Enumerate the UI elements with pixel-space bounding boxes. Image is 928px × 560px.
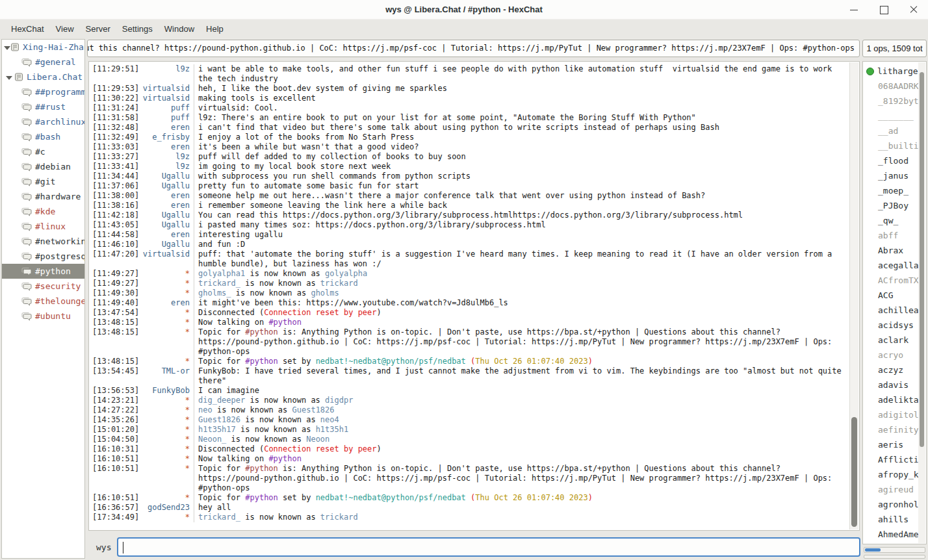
user-list-item[interactable]: aclark — [864, 333, 918, 348]
nick-label: virtualsid — [138, 84, 194, 94]
sidebar-item-hardware[interactable]: #hardware — [2, 189, 84, 204]
user-list-item[interactable]: ACG — [864, 288, 918, 303]
menu-item-settings[interactable]: Settings — [116, 21, 159, 37]
nick-label: eren — [138, 142, 194, 152]
sidebar-item-debian[interactable]: #debian — [2, 159, 84, 174]
sidebar-item-ubuntu[interactable]: #ubuntu — [2, 309, 84, 324]
user-list-item[interactable]: __builtin — [864, 138, 918, 153]
sidebar-item-rust[interactable]: ##rust — [2, 99, 84, 114]
channel-icon — [21, 207, 32, 216]
server-item-libera-chat[interactable]: Libera.Chat — [2, 70, 84, 84]
menu-item-hexchat[interactable]: HexChat — [5, 21, 50, 37]
sidebar-item-programming[interactable]: ##programming — [2, 84, 84, 99]
user-list-item[interactable]: _janus — [864, 168, 918, 183]
user-list-scrollbar-thumb[interactable] — [920, 72, 924, 447]
user-list-item[interactable]: ahills — [864, 512, 918, 527]
user-list[interactable]: litharge068AADRKN_8192byte_________ad__b… — [864, 62, 918, 543]
minimize-icon[interactable] — [849, 5, 859, 15]
maximize-icon[interactable] — [879, 5, 889, 15]
sidebar-item-archlinux[interactable]: #archlinux — [2, 114, 84, 129]
menu-item-server[interactable]: Server — [80, 21, 116, 37]
message-segment-p: #python — [268, 318, 302, 327]
message-text: it might've been this: https://www.youtu… — [194, 298, 849, 308]
user-list-item[interactable]: ACfromTX — [864, 273, 918, 288]
sidebar-item-linux[interactable]: #linux — [2, 219, 84, 234]
expander-icon[interactable] — [4, 72, 14, 82]
user-list-item[interactable]: aczyz — [864, 363, 918, 377]
sidebar-item-security[interactable]: #security — [2, 279, 84, 294]
message-text: Topic for #python set by nedbat!~nedbat@… — [194, 357, 849, 366]
user-list-item[interactable]: aeris — [864, 437, 918, 452]
user-list-item[interactable]: Abrax — [864, 243, 918, 258]
close-icon[interactable] — [909, 5, 919, 15]
user-list-item[interactable]: _______ — [864, 108, 918, 123]
user-list-item[interactable]: acegalla- — [864, 258, 918, 273]
event-star: * — [138, 327, 194, 357]
user-list-item[interactable]: acryo — [864, 348, 918, 363]
user-list-item[interactable]: Afflictio — [864, 452, 918, 467]
user-list-item[interactable]: afropy_ke — [864, 467, 918, 482]
window-controls — [849, 0, 919, 19]
sidebar-item-networking[interactable]: #networking — [2, 234, 84, 249]
channel-icon — [21, 267, 32, 276]
channel-icon — [21, 103, 32, 112]
server-item-xing-hai-zhan[interactable]: Xing-Hai-Zhan — [2, 40, 84, 55]
chat-message-row: [11:49:27]*golyalpha1 is now known as go… — [90, 269, 849, 279]
sidebar-item-git[interactable]: #git — [2, 174, 84, 189]
channel-icon — [21, 58, 32, 67]
user-list-item[interactable]: adeliktas — [864, 392, 918, 407]
user-name: _moep_ — [878, 186, 909, 196]
user-list-item[interactable]: _moep_ — [864, 183, 918, 198]
topic-input[interactable]: about this channel? https://pound-python… — [87, 40, 860, 57]
chat-scrollbar-thumb[interactable] — [851, 417, 857, 527]
message-segment-p: #python — [268, 454, 302, 463]
user-list-item[interactable]: abff — [864, 228, 918, 243]
user-list-item[interactable]: _8192byte — [864, 94, 918, 108]
sidebar-item-bash[interactable]: #bash — [2, 129, 84, 144]
tree-item-label: #security — [35, 281, 81, 291]
user-list-item[interactable]: _qw_ — [864, 213, 918, 228]
expander-icon[interactable] — [4, 42, 10, 52]
timestamp: [16:10:51] — [90, 454, 138, 464]
user-list-item[interactable]: _PJBoy — [864, 198, 918, 213]
message-segment: puff: that 'automate the boring stuff' i… — [198, 249, 837, 268]
menu-item-view[interactable]: View — [50, 21, 80, 37]
menu-item-help[interactable]: Help — [200, 21, 229, 37]
tree-item-label: ##rust — [35, 102, 66, 112]
message-segment: Disconnected ( — [198, 444, 264, 453]
chat-message-list[interactable]: [11:29:51]l9zi want be able to make tool… — [90, 62, 849, 529]
user-list-scrollbar[interactable] — [918, 62, 925, 543]
message-segment: puff will def added to my collection of … — [198, 152, 466, 161]
message-input[interactable] — [117, 537, 860, 557]
tree-item-label: Libera.Chat — [27, 72, 83, 82]
user-list-item[interactable]: agronholm — [864, 497, 918, 512]
message-text: You can read this https://docs.python.or… — [194, 210, 849, 220]
sidebar-item-thelounge[interactable]: #thelounge — [2, 294, 84, 309]
user-list-item[interactable]: adigitole — [864, 407, 918, 422]
sidebar-item-postgresql[interactable]: #postgresql — [2, 249, 84, 264]
user-list-item[interactable]: acidsys — [864, 318, 918, 333]
tree-item-label: #general — [35, 57, 76, 67]
menu-item-window[interactable]: Window — [159, 21, 200, 37]
sidebar-item-c[interactable]: #c — [2, 144, 84, 159]
user-list-item[interactable]: agireud — [864, 482, 918, 497]
user-list-item[interactable]: __ad — [864, 123, 918, 138]
timestamp: [15:04:50] — [90, 435, 138, 444]
user-list-item[interactable]: aefinity — [864, 422, 918, 437]
user-list-item[interactable]: _flood — [864, 153, 918, 168]
user-list-item[interactable]: litharge — [864, 64, 918, 79]
message-text: im going to my local book store next wee… — [194, 162, 849, 172]
sidebar-item-python[interactable]: #python — [2, 264, 84, 279]
timestamp: [16:10:51] — [90, 464, 138, 493]
user-list-item[interactable]: achilleas — [864, 303, 918, 318]
chat-scrollbar[interactable] — [849, 62, 858, 529]
user-list-item[interactable]: adavis — [864, 377, 918, 392]
event-star: * — [138, 405, 194, 415]
sidebar-item-general[interactable]: #general — [2, 55, 84, 70]
message-text: Guest1826 is now known as neo4 — [194, 415, 849, 425]
chat-message-row: [11:33:41]l9zim going to my local book s… — [90, 162, 849, 172]
user-list-item[interactable]: 068AADRKN — [864, 79, 918, 94]
user-list-item[interactable]: AhmedAmer — [864, 527, 918, 542]
timestamp: [14:27:22] — [90, 405, 138, 415]
sidebar-item-kde[interactable]: #kde — [2, 204, 84, 219]
